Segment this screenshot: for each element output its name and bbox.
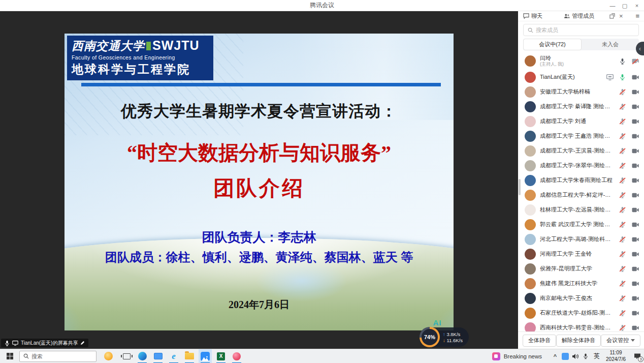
notification-center-button[interactable]: 3 xyxy=(631,349,644,363)
screen-share-banner[interactable]: TianLan(蓝天)的屏幕共享 xyxy=(1,339,88,347)
member-row[interactable]: 南京邮电大学-王俊杰 xyxy=(518,291,644,306)
mic-icon[interactable] xyxy=(619,309,626,317)
minimize-button[interactable]: — xyxy=(606,0,619,11)
member-row[interactable]: 成都信息工程大学-鲜定坪-测绘工程 xyxy=(518,188,644,202)
member-row[interactable]: 成都理工大学-张翠华-测绘科学与技术 xyxy=(518,158,644,173)
member-row[interactable]: 河南理工大学 王金铃 xyxy=(518,247,644,261)
mic-icon[interactable] xyxy=(619,73,626,81)
mic-icon[interactable] xyxy=(619,88,626,96)
camera-icon[interactable] xyxy=(631,132,639,140)
member-row[interactable]: 安徽理工大学杨梓楠 xyxy=(518,84,644,99)
member-row[interactable]: 西南科技大学-韩雯音-测绘科学与技术 xyxy=(518,320,644,331)
taskbar-search-input[interactable] xyxy=(31,353,82,359)
camera-icon[interactable] xyxy=(631,294,639,302)
weather-sun-icon[interactable] xyxy=(102,349,115,363)
camera-icon[interactable] xyxy=(631,235,639,243)
camera-icon[interactable] xyxy=(631,88,639,96)
member-row[interactable]: 桂林理工大学-左远晨-测绘科学与技术 xyxy=(518,202,644,217)
member-row[interactable]: 石家庄铁道大学-赵烁阳-测绘科学与技术 xyxy=(518,306,644,320)
camera-icon[interactable] xyxy=(631,176,639,184)
mic-icon[interactable] xyxy=(619,147,626,155)
camera-icon[interactable] xyxy=(631,57,639,65)
member-search-input[interactable] xyxy=(536,27,634,33)
member-row[interactable]: 成都理工大学 王鑫浩 测绘科学与技术 xyxy=(518,129,644,143)
member-row[interactable]: 闫玲 (主持人, 我) xyxy=(518,52,644,70)
tray-chevron-up-icon[interactable]: ^ xyxy=(550,349,560,363)
file-explorer-icon[interactable] xyxy=(183,349,196,363)
meeting-control-button[interactable]: 会议管控 xyxy=(601,335,640,347)
camera-icon[interactable] xyxy=(631,162,639,169)
member-row[interactable]: 郭云霰 武汉理工大学 测绘科学与技术 xyxy=(518,217,644,232)
camera-icon[interactable] xyxy=(631,221,639,228)
news-widget-label[interactable]: Breaking news xyxy=(504,353,542,359)
tencent-meeting-icon[interactable] xyxy=(199,349,212,363)
tab-chat[interactable]: 聊天 xyxy=(523,12,542,20)
member-row[interactable]: 成都理工大学 刘通 xyxy=(518,114,644,129)
slide-title-line2: 团队介绍 xyxy=(65,174,454,202)
member-row[interactable]: 焦建伟 黑龙江科技大学 xyxy=(518,276,644,291)
microphone-tray-icon[interactable] xyxy=(581,349,591,363)
mic-icon[interactable] xyxy=(619,176,626,184)
filter-tab-in-meeting[interactable]: 会议中(72) xyxy=(523,39,582,50)
maximize-button[interactable]: ▢ xyxy=(619,0,631,11)
taskbar-clock[interactable]: 11:09 2024/7/6 xyxy=(606,350,626,362)
close-button[interactable]: × xyxy=(631,0,643,11)
pink-app-icon[interactable] xyxy=(230,349,243,363)
mic-icon[interactable] xyxy=(619,103,626,110)
mic-icon[interactable] xyxy=(619,191,626,199)
member-name: 成都信息工程大学-鲜定坪-测绘工程 xyxy=(540,192,615,199)
news-widget-icon[interactable] xyxy=(492,352,500,360)
edge-browser-icon[interactable] xyxy=(136,349,149,363)
mic-icon[interactable] xyxy=(619,324,626,331)
popout-panel-icon[interactable] xyxy=(609,13,615,19)
task-view-button[interactable] xyxy=(120,349,133,363)
excel-icon[interactable]: X xyxy=(214,349,228,363)
camera-icon[interactable] xyxy=(631,147,639,155)
member-row[interactable]: 成都理工大学-王滨晨-测绘科学与技术 xyxy=(518,143,644,158)
edit-pencil-icon[interactable] xyxy=(80,341,85,345)
mic-icon[interactable] xyxy=(619,280,626,287)
internet-explorer-icon[interactable]: e xyxy=(167,349,180,363)
mic-icon[interactable] xyxy=(619,235,626,243)
start-button[interactable] xyxy=(0,349,19,363)
taskbar-search[interactable] xyxy=(19,351,96,362)
member-row[interactable]: 河北工程大学-高璐-测绘科学与技术 xyxy=(518,232,644,247)
meeting-tray-icon[interactable] xyxy=(560,349,570,363)
tab-manage-members[interactable]: 管理成员 xyxy=(564,12,594,20)
mic-icon[interactable] xyxy=(619,221,626,228)
mic-icon[interactable] xyxy=(619,162,626,169)
menu-hamburger-icon[interactable]: ≡ xyxy=(635,12,639,20)
member-row[interactable]: 侯雅萍-昆明理工大学 xyxy=(518,261,644,276)
mute-all-button[interactable]: 全体静音 xyxy=(523,335,556,347)
camera-icon[interactable] xyxy=(631,73,639,81)
member-avatar xyxy=(525,308,536,319)
filter-tab-not-joined[interactable]: 未入会 xyxy=(582,39,639,50)
mic-icon[interactable] xyxy=(619,57,626,65)
camera-icon[interactable] xyxy=(631,265,639,273)
camera-icon[interactable] xyxy=(631,103,639,110)
mic-icon[interactable] xyxy=(619,294,626,302)
mic-icon[interactable] xyxy=(619,250,626,258)
member-row[interactable]: TianLan(蓝天) xyxy=(518,70,644,84)
member-search-box[interactable] xyxy=(523,24,639,36)
mic-icon[interactable] xyxy=(619,206,626,214)
member-row[interactable]: 成都理工大学朱春雨测绘工程 xyxy=(518,173,644,188)
member-row[interactable]: 成都理工大学 綦译隆 测绘科学与技术 xyxy=(518,99,644,114)
close-panel-icon[interactable]: × xyxy=(619,12,623,20)
camera-icon[interactable] xyxy=(631,280,639,287)
input-language-indicator[interactable]: 英 xyxy=(591,349,603,363)
camera-icon[interactable] xyxy=(631,324,639,331)
mic-icon[interactable] xyxy=(619,132,626,140)
volume-icon[interactable] xyxy=(570,349,581,363)
camera-icon[interactable] xyxy=(631,117,639,125)
unmute-all-button[interactable]: 解除全体静音 xyxy=(556,335,601,347)
network-overlay[interactable]: 74% ↑ 3.8K/s ↓ 11.6K/s xyxy=(420,327,469,347)
remote-desktop-icon[interactable] xyxy=(151,349,165,363)
camera-icon[interactable] xyxy=(631,309,639,317)
camera-icon[interactable] xyxy=(631,206,639,214)
camera-icon[interactable] xyxy=(631,191,639,199)
mic-icon[interactable] xyxy=(619,117,626,125)
camera-icon[interactable] xyxy=(631,250,639,258)
mic-icon[interactable] xyxy=(619,265,626,273)
member-list-scrollbar[interactable] xyxy=(519,179,521,195)
